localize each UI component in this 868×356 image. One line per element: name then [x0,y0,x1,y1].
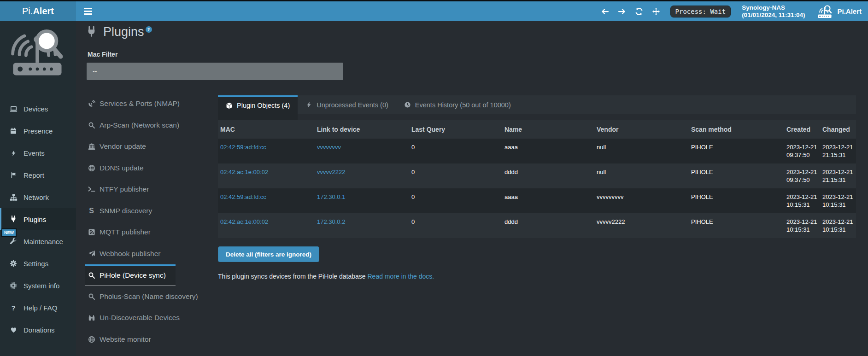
scan-method-cell: PIHOLE [689,213,784,238]
page-title: Plugins ? [86,25,152,39]
sidebar-item-presence[interactable]: Presence [0,120,76,142]
plug-icon [86,26,97,38]
mac-link[interactable]: 02:42:ac:1e:00:02 [220,218,268,225]
tab-label: Events History (50 out of 10000) [415,101,511,109]
sidebar-item-network[interactable]: Network [0,186,76,208]
tab-label: Unprocessed Events (0) [317,101,388,109]
scan-method-cell: PIHOLE [689,139,784,163]
table-header-row: MAC Link to device Last Query Name Vendo… [218,120,856,139]
plugin-nav: Services & Ports (NMAP) Arp-Scan (Networ… [85,93,176,350]
scan-method-cell: PIHOLE [689,188,784,213]
sidebar-menu: Devices Presence Events Report Network P… [0,98,76,341]
plugin-nav-item-pholus[interactable]: Pholus-Scan (Name discovery) [85,286,176,308]
plugin-nav-item-website-monitor[interactable]: Website monitor [85,329,176,350]
plugin-nav-item-undiscoverable[interactable]: Un-Discoverable Devices [85,307,176,329]
brand-logo[interactable]: Pi.Alert [0,1,76,21]
sidebar-item-system-info[interactable]: System info [0,274,76,297]
plugin-nav-label: Vendor update [100,142,146,151]
delete-all-button[interactable]: Delete all (filters are ignored) [218,246,319,262]
device-link[interactable]: vvvvvvvv [317,144,341,151]
mac-link[interactable]: 02:42:59:ad:fd:cc [220,193,266,200]
host-info: Synology-NAS (01/01/2024, 11:31:04) [742,4,805,19]
globe-icon [88,335,95,343]
plugin-nav-item-webhook[interactable]: Webhook publisher [85,243,176,265]
wrench-icon [9,237,18,245]
col-mac: MAC [218,120,315,139]
sidebar-item-label: Network [23,193,49,201]
cube-icon [226,102,233,109]
device-link[interactable]: 172.30.0.2 [317,218,345,225]
page-title-text: Plugins [103,25,144,39]
tab-plugin-objects[interactable]: Plugin Objects (4) [218,95,298,114]
tab-events-history[interactable]: Events History (50 out of 10000) [396,95,519,114]
plugin-objects-table: MAC Link to device Last Query Name Vendo… [218,120,856,238]
created-cell: 2023-12-21 10:15:31 [784,213,820,238]
vendor-cell: vvvvvvvvv [594,188,689,213]
plugin-nav-label: Webhook publisher [100,250,160,258]
col-scan-method: Scan method [689,120,784,139]
plugin-nav-item-snmp[interactable]: S SNMP discovery [85,200,176,222]
plugin-nav-label: Website monitor [100,335,151,344]
plugin-tabs: Plugin Objects (4) Unprocessed Events (0… [218,95,856,114]
mac-filter-input[interactable] [87,63,343,80]
refresh-icon[interactable] [635,7,643,16]
pialert-router-icon [817,4,833,18]
forward-arrow-icon[interactable] [618,7,626,16]
changed-cell: 2023-12-21 10:15:31 [820,213,856,238]
changed-cell: 2023-12-21 21:15:31 [820,139,856,163]
mac-link[interactable]: 02:42:ac:1e:00:02 [220,169,268,175]
binoculars-icon [88,314,95,322]
sidebar-item-settings[interactable]: Settings [0,252,76,274]
device-link[interactable]: 172.30.0.1 [317,193,345,200]
snmp-s-icon: S [88,207,95,215]
sidebar-item-maintenance[interactable]: NEW Maintenance [0,230,76,252]
process-status-badge[interactable]: Process: Wait [670,6,731,18]
mac-link[interactable]: 02:42:59:ad:fd:cc [220,144,266,151]
plugin-nav-label: SNMP discovery [100,207,152,215]
vendor-cell: null [594,139,689,163]
plugin-nav-item-mqtt[interactable]: MQTT publisher [85,222,176,243]
move-arrows-icon[interactable] [652,7,660,16]
device-link[interactable]: vvvvv2222 [317,169,345,175]
heart-icon [9,326,18,334]
plugin-nav-label: MQTT publisher [100,228,151,236]
sidebar-item-label: Help / FAQ [23,304,57,312]
bolt-icon [305,101,312,108]
docs-link[interactable]: Read more in the docs. [368,273,434,280]
gear-icon [9,259,18,268]
col-last-query: Last Query [409,120,502,139]
tab-unprocessed-events[interactable]: Unprocessed Events (0) [298,95,396,114]
vendor-cell: vvvvv2222 [594,213,689,238]
sidebar-item-label: Devices [23,105,48,113]
sidebar-item-donations[interactable]: Donations [0,319,76,341]
sidebar-item-plugins[interactable]: Plugins [0,208,76,230]
new-badge: NEW [1,228,17,237]
col-vendor: Vendor [594,120,689,139]
back-arrow-icon[interactable] [601,7,609,16]
question-icon: ? [9,303,18,312]
laptop-icon [9,105,18,113]
last-query-cell: 0 [409,163,502,188]
created-cell: 2023-12-21 09:37:50 [784,139,820,163]
host-name: Synology-NAS [742,4,805,12]
plugin-nav-item-pihole[interactable]: PiHole (Device sync) [85,264,176,286]
sidebar-item-help-faq[interactable]: ? Help / FAQ [0,297,76,319]
plugin-nav-label: Arp-Scan (Network scan) [100,121,179,129]
sidebar-item-events[interactable]: Events [0,142,76,164]
search-icon [88,272,95,280]
plugin-nav-item-vendor-update[interactable]: Vendor update [85,136,176,158]
sidebar-item-devices[interactable]: Devices [0,98,76,120]
plugin-nav-item-arp-scan[interactable]: Arp-Scan (Network scan) [85,115,176,136]
terminal-icon [88,186,95,193]
plugin-nav-label: Services & Ports (NMAP) [100,99,180,108]
sidebar-item-report[interactable]: Report [0,164,76,186]
plugin-nav-item-ntfy[interactable]: NTFY publisher [85,179,176,200]
last-query-cell: 0 [409,213,502,238]
help-badge[interactable]: ? [146,26,152,33]
name-cell: aaaa [502,188,594,213]
plugin-nav-item-nmap[interactable]: Services & Ports (NMAP) [85,93,176,115]
plugin-nav-item-ddns-update[interactable]: DDNS update [85,158,176,179]
hamburger-menu-icon[interactable] [84,6,92,17]
microchip-icon [9,281,18,290]
bolt-icon [9,149,18,157]
